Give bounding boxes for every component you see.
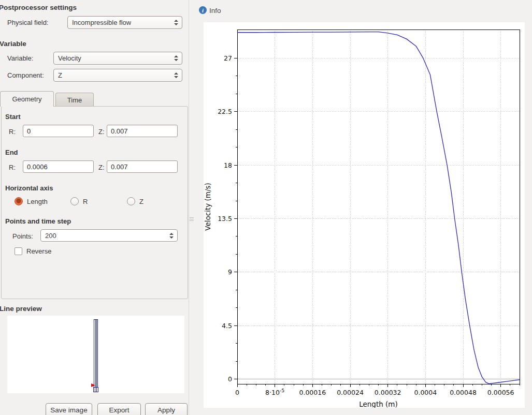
line-preview-section-header: Line preview — [0, 305, 42, 313]
component-label: Component: — [7, 71, 44, 79]
geometry-preview-drawing — [7, 316, 184, 393]
svg-text:0.00032: 0.00032 — [375, 389, 401, 396]
start-section-header: Start — [5, 113, 21, 121]
start-r-label: R: — [9, 128, 16, 136]
splitter-grip-icon — [190, 217, 194, 218]
svg-text:0: 0 — [228, 375, 232, 383]
variable-dropdown[interactable]: Velocity — [53, 52, 182, 65]
radio-length-label: Length — [27, 198, 48, 205]
variable-label: Variable: — [7, 54, 33, 62]
physical-field-value: Incompressible flow — [72, 19, 131, 26]
line-preview-canvas — [7, 316, 184, 393]
svg-text:13.5: 13.5 — [218, 215, 232, 223]
end-r-label: R: — [9, 164, 16, 171]
svg-text:18: 18 — [224, 161, 232, 169]
physical-field-label: Physical field: — [7, 19, 48, 26]
end-z-label: Z: — [98, 164, 105, 171]
start-z-input[interactable] — [107, 125, 178, 137]
info-label: Info — [209, 7, 221, 14]
reverse-checkbox-label: Reverse — [26, 247, 51, 255]
save-image-button[interactable]: Save image — [46, 403, 92, 415]
line-start-marker-icon — [91, 383, 95, 387]
end-section-header: End — [5, 149, 18, 156]
svg-text:0.00048: 0.00048 — [450, 389, 477, 396]
svg-text:0.00024: 0.00024 — [337, 389, 364, 396]
reverse-checkbox[interactable] — [15, 247, 22, 255]
svg-text:0.0004: 0.0004 — [414, 389, 437, 396]
svg-text:8·10-5: 8·10-5 — [265, 388, 284, 396]
end-z-input[interactable] — [107, 160, 178, 173]
svg-text:0: 0 — [235, 389, 239, 396]
radio-z[interactable] — [127, 197, 135, 205]
variable-section-header: Variable — [0, 40, 26, 48]
points-spinbox[interactable]: 200 — [40, 229, 178, 242]
svg-text:4.5: 4.5 — [222, 322, 232, 330]
postprocessor-settings-title: Postprocessor settings — [0, 4, 77, 11]
tab-geometry[interactable]: Geometry — [0, 91, 54, 107]
export-button[interactable]: Export — [97, 403, 141, 415]
splitter-grip-icon — [190, 219, 194, 219]
dropdown-arrows-icon — [174, 17, 178, 28]
horizontal-axis-section-header: Horizontal axis — [5, 184, 53, 192]
svg-text:27: 27 — [224, 54, 232, 62]
radio-z-label: Z — [139, 198, 143, 205]
splitter-grip-icon — [190, 220, 194, 221]
radio-length[interactable] — [15, 197, 23, 205]
physical-field-dropdown[interactable]: Incompressible flow — [67, 16, 182, 29]
dropdown-arrows-icon — [174, 52, 178, 64]
chart-canvas: 08·10-50.000160.000240.000320.00040.0004… — [204, 22, 525, 408]
spinbox-arrows-icon — [169, 230, 174, 241]
svg-text:0.00056: 0.00056 — [487, 389, 514, 396]
apply-button[interactable]: Apply — [145, 403, 188, 415]
svg-text:0.00016: 0.00016 — [299, 389, 326, 396]
velocity-line-chart: 08·10-50.000160.000240.000320.00040.0004… — [204, 22, 525, 408]
variable-value: Velocity — [58, 54, 81, 62]
points-section-header: Points and time step — [5, 217, 71, 225]
points-value: 200 — [45, 232, 56, 240]
end-r-input[interactable] — [23, 160, 94, 173]
tab-time[interactable]: Time — [55, 93, 94, 107]
points-label: Points: — [12, 232, 33, 240]
svg-text:Velocity (m/s): Velocity (m/s) — [204, 183, 212, 231]
dropdown-arrows-icon — [174, 69, 178, 81]
start-r-input[interactable] — [23, 125, 94, 137]
svg-text:9: 9 — [228, 268, 232, 276]
panel-splitter[interactable] — [189, 0, 189, 415]
component-dropdown[interactable]: Z — [53, 69, 182, 82]
radio-r-label: R — [83, 198, 88, 205]
info-icon: i — [199, 6, 207, 14]
svg-text:22.5: 22.5 — [218, 108, 232, 115]
radio-r[interactable] — [70, 197, 79, 205]
component-value: Z — [58, 71, 62, 79]
svg-text:Length (m): Length (m) — [359, 400, 398, 408]
start-z-label: Z: — [98, 128, 105, 136]
